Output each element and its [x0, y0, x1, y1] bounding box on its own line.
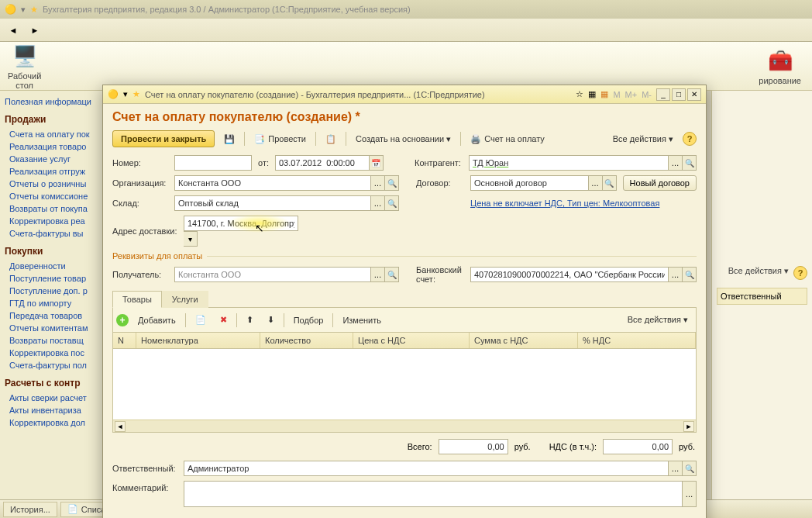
post-and-close-button[interactable]: Провести и закрыть [112, 130, 215, 147]
print-button[interactable]: 🖨️Счет на оплату [466, 132, 549, 147]
sidebar-item[interactable]: Реализация товаро [5, 140, 107, 153]
lookup-button[interactable]: 🔍 [683, 155, 697, 171]
pick-button[interactable]: Подбор [289, 313, 329, 327]
delete-button[interactable]: ✖ [215, 313, 232, 327]
ellipsis-button[interactable]: … [371, 175, 385, 191]
section-desktop[interactable]: 🖥️ Рабочий стол [8, 42, 41, 90]
ellipsis-button[interactable]: … [589, 175, 603, 191]
help-button[interactable]: ? [683, 132, 697, 146]
lookup-button[interactable]: 🔍 [683, 461, 697, 476]
contract-input[interactable] [470, 175, 589, 191]
vat-input[interactable] [603, 439, 673, 454]
col-qty[interactable]: Количество [260, 333, 353, 348]
move-down-button[interactable]: ⬇ [263, 313, 279, 327]
scroll-right-button[interactable]: ► [683, 421, 694, 432]
tab-goods[interactable]: Товары [112, 291, 162, 308]
move-up-button[interactable]: ⬆ [242, 313, 258, 327]
total-input[interactable] [439, 439, 508, 454]
section-admin[interactable]: 🧰 рирование [759, 47, 801, 85]
tab-services[interactable]: Услуги [162, 291, 208, 308]
number-input[interactable] [174, 155, 252, 171]
ellipsis-button[interactable]: … [371, 267, 385, 282]
grid-all-actions-button[interactable]: Все действия ▾ [623, 313, 693, 327]
calendar-button[interactable]: 📅 [370, 155, 384, 171]
sidebar-item[interactable]: ГТД по импорту [5, 297, 107, 309]
sidebar-item[interactable]: Отчеты о розничны [5, 178, 107, 190]
nav-back-button[interactable]: ◄ [5, 22, 22, 39]
sidebar-item[interactable]: Возвраты поставщ [5, 334, 107, 347]
sidebar-item[interactable]: Счета на оплату пок [5, 128, 107, 140]
list-button[interactable]: 📋 [321, 132, 341, 147]
grid-scrollbar[interactable]: ◄ ► [113, 420, 696, 432]
lookup-button[interactable]: 🔍 [385, 175, 399, 191]
sidebar-item[interactable]: Счета-фактуры вы [5, 227, 107, 240]
maximize-button[interactable]: □ [672, 88, 686, 101]
sidebar-info-link[interactable]: Полезная информаци [5, 95, 107, 108]
ellipsis-button[interactable]: … [669, 155, 683, 171]
sidebar-item[interactable]: Корректировка дол [5, 416, 107, 429]
sidebar-item[interactable]: Акты инвентариза [5, 404, 107, 416]
sidebar-item[interactable]: Оказание услуг [5, 153, 107, 165]
add-row-button[interactable]: Добавить [133, 313, 181, 327]
dropdown-icon[interactable]: ▾ [21, 5, 26, 15]
dropdown-button[interactable]: ▾ [184, 231, 198, 247]
date-input[interactable] [275, 155, 370, 171]
copy-button[interactable]: 📄 [191, 313, 211, 327]
close-button[interactable]: ✕ [687, 88, 701, 101]
star-icon[interactable]: ★ [30, 5, 38, 15]
responsible-input[interactable] [184, 461, 669, 476]
grid-icon[interactable]: ▦ [588, 89, 596, 99]
sidebar-item[interactable]: Акты сверки расчет [5, 392, 107, 404]
post-button[interactable]: 📑Провести [249, 132, 311, 147]
sidebar-item[interactable]: Отчеты комиссионе [5, 190, 107, 202]
new-contract-button[interactable]: Новый договор [623, 175, 697, 191]
sidebar-item[interactable]: Передача товаров [5, 309, 107, 322]
dropdown-icon[interactable]: ▾ [123, 89, 128, 99]
counterparty-input[interactable] [469, 155, 669, 171]
address-input[interactable] [184, 216, 298, 231]
m-plus-icon[interactable]: M+ [625, 90, 638, 99]
ellipsis-button[interactable]: … [669, 267, 683, 282]
sidebar-item[interactable]: Отчеты комитентам [5, 322, 107, 334]
price-type-link[interactable]: Цена не включает НДС, Тип цен: Мелкоопто… [470, 199, 659, 208]
create-based-on-button[interactable]: Создать на основании ▾ [351, 132, 456, 147]
sidebar-item[interactable]: Счета-фактуры пол [5, 359, 107, 371]
sidebar-item[interactable]: Возвраты от покупа [5, 202, 107, 215]
ellipsis-button[interactable]: … [371, 195, 385, 211]
recipient-input[interactable] [174, 267, 371, 282]
lookup-button[interactable]: 🔍 [385, 195, 399, 211]
items-grid[interactable]: N Номенклатура Количество Цена с НДС Сум… [112, 332, 697, 433]
sidebar-item[interactable]: Корректировка реа [5, 215, 107, 227]
modal-titlebar[interactable]: 🟡 ▾ ★ Счет на оплату покупателю (создани… [103, 85, 706, 104]
warehouse-input[interactable] [174, 195, 371, 211]
col-nomen[interactable]: Номенклатура [136, 333, 260, 348]
sidebar-item[interactable]: Поступление товар [5, 272, 107, 285]
sidebar-item[interactable]: Корректировка пос [5, 347, 107, 359]
taskbar-history[interactable]: История... [3, 502, 57, 517]
col-sum[interactable]: Сумма с НДС [470, 333, 578, 348]
lookup-button[interactable]: 🔍 [683, 267, 697, 282]
minimize-button[interactable]: _ [656, 88, 670, 101]
sidebar-item[interactable]: Реализация отгруж [5, 165, 107, 178]
ellipsis-button[interactable]: … [683, 481, 697, 507]
lookup-button[interactable]: 🔍 [385, 267, 399, 282]
save-button[interactable]: 💾 [219, 132, 239, 147]
bank-account-input[interactable] [470, 267, 669, 282]
nav-fwd-button[interactable]: ► [26, 22, 43, 39]
calendar-icon[interactable]: ▦ [600, 89, 608, 99]
sidebar-item[interactable]: Поступление доп. р [5, 285, 107, 297]
m-minus-icon[interactable]: M- [642, 90, 652, 99]
m-icon[interactable]: M [613, 90, 620, 99]
comment-input[interactable] [184, 481, 683, 507]
org-input[interactable] [174, 175, 371, 191]
fav-icon[interactable]: ☆ [576, 89, 583, 99]
lookup-button[interactable]: 🔍 [603, 175, 617, 191]
edit-button[interactable]: Изменить [338, 313, 386, 327]
star-icon[interactable]: ★ [132, 89, 140, 99]
all-actions-button[interactable]: Все действия ▾ [608, 132, 678, 147]
help-button[interactable]: ? [793, 266, 807, 280]
col-vat[interactable]: % НДС [578, 333, 696, 348]
col-n[interactable]: N [113, 333, 136, 348]
scroll-left-button[interactable]: ◄ [115, 421, 126, 432]
sidebar-item[interactable]: Доверенности [5, 260, 107, 272]
